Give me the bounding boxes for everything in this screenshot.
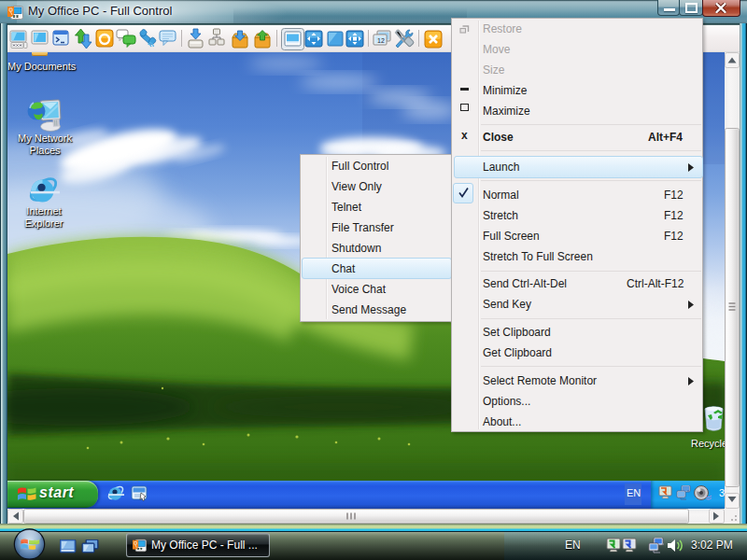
svg-text:12: 12 — [377, 37, 385, 44]
